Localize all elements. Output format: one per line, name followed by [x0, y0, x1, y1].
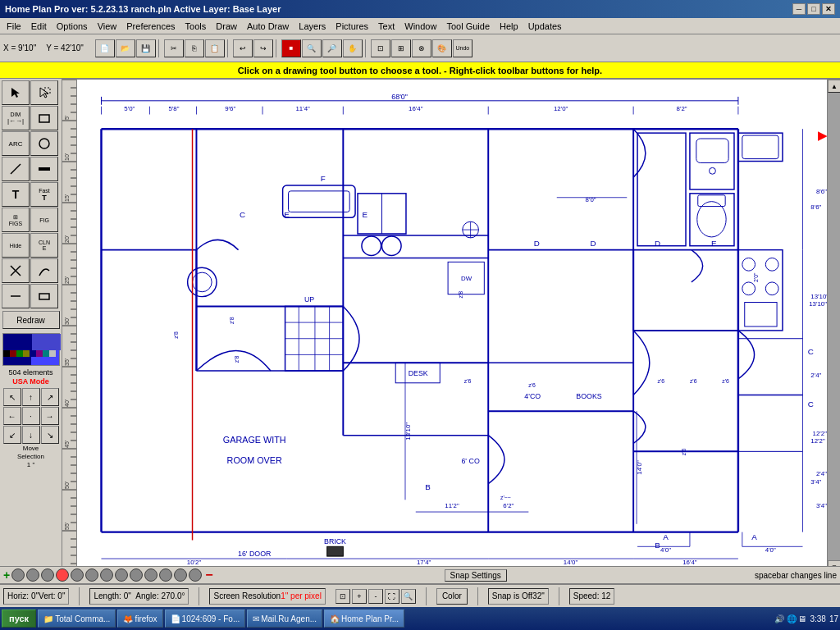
snap-btn-1[interactable]: [11, 568, 25, 582]
move-up-right[interactable]: ↗: [41, 388, 59, 406]
snap-btn-13[interactable]: [189, 568, 202, 582]
move-center[interactable]: ·: [22, 407, 40, 425]
tool-curve[interactable]: [30, 258, 58, 283]
menu-tools[interactable]: Tools: [180, 21, 212, 32]
tool-select-arrow[interactable]: [2, 80, 30, 105]
menu-help[interactable]: Help: [495, 21, 523, 32]
tool-hide[interactable]: Hide: [2, 233, 30, 258]
drawing-canvas[interactable]: 68'0" 5'0" 5'8" 9'6" 11'4" 16'4" 12'0" 8…: [77, 80, 827, 566]
scroll-up-button[interactable]: ▲: [828, 80, 840, 93]
move-down[interactable]: ↓: [22, 426, 40, 444]
svg-text:UP: UP: [304, 295, 314, 304]
tb-fit[interactable]: ⊡: [371, 39, 390, 57]
move-down-right[interactable]: ↘: [41, 426, 59, 444]
tb-new[interactable]: 📄: [95, 39, 115, 57]
menu-pictures[interactable]: Pictures: [331, 21, 373, 32]
move-right[interactable]: →: [41, 407, 59, 425]
taskbar-forum[interactable]: 📄 1024:609 - Fo...: [165, 609, 246, 628]
snap-btn-2[interactable]: [26, 568, 39, 582]
tb-pan[interactable]: ✋: [343, 39, 363, 57]
move-left[interactable]: ←: [3, 407, 21, 425]
menu-updates[interactable]: Updates: [523, 21, 567, 32]
svg-text:DW: DW: [461, 275, 472, 282]
close-button[interactable]: ✕: [822, 3, 835, 15]
move-up-left[interactable]: ↖: [3, 388, 21, 406]
minimize-button[interactable]: ─: [792, 3, 806, 15]
move-up[interactable]: ↑: [22, 388, 40, 406]
menu-file[interactable]: File: [2, 21, 26, 32]
snap-btn-12[interactable]: [174, 568, 187, 582]
snap-btn-11[interactable]: [159, 568, 172, 582]
tool-rectangle[interactable]: [30, 106, 58, 130]
snap-btn-5[interactable]: [71, 568, 84, 582]
tb-zoom-out[interactable]: 🔎: [322, 39, 342, 57]
tool-circle[interactable]: [30, 131, 58, 156]
menu-edit[interactable]: Edit: [26, 21, 52, 32]
snap-btn-6[interactable]: [85, 568, 98, 582]
menu-layers[interactable]: Layers: [294, 21, 331, 32]
tb-cut[interactable]: ✂: [164, 39, 184, 57]
menu-options[interactable]: Options: [52, 21, 93, 32]
snap-btn-4[interactable]: [56, 568, 69, 582]
taskbar-homeplan[interactable]: 🏠 Home Plan Pr...: [324, 609, 404, 628]
redraw-button[interactable]: Redraw: [2, 311, 60, 329]
tool-clone[interactable]: CLNE: [30, 233, 58, 258]
tool-text[interactable]: T: [2, 182, 30, 207]
tb-save[interactable]: 💾: [136, 39, 156, 57]
tb-undo[interactable]: ↩: [233, 39, 253, 57]
tb-undo2[interactable]: Undo: [453, 39, 472, 57]
scroll-down-button[interactable]: ▼: [828, 560, 840, 566]
zoom-in-button[interactable]: +: [352, 589, 367, 604]
tool-erase[interactable]: [2, 258, 30, 283]
tb-zoom-in[interactable]: 🔍: [302, 39, 322, 57]
zoom-screen-button[interactable]: ⛶: [385, 589, 399, 604]
menu-view[interactable]: View: [93, 21, 122, 32]
menu-text[interactable]: Text: [373, 21, 399, 32]
scroll-track[interactable]: [828, 93, 840, 560]
floor-plan-svg[interactable]: 68'0" 5'0" 5'8" 9'6" 11'4" 16'4" 12'0" 8…: [77, 80, 827, 566]
move-down-left[interactable]: ↙: [3, 426, 21, 444]
menu-autodraw[interactable]: Auto Draw: [242, 21, 294, 32]
tb-paste[interactable]: 📋: [205, 39, 225, 57]
tb-open[interactable]: 📂: [116, 39, 135, 57]
tool-wall[interactable]: [30, 157, 58, 181]
tool-fast-text[interactable]: Fast T: [30, 182, 58, 207]
snap-btn-9[interactable]: [130, 568, 143, 582]
taskbar-firefox[interactable]: 🦊 firefox: [117, 609, 162, 628]
color-palette[interactable]: [2, 333, 60, 366]
taskbar-total-commander[interactable]: 📁 Total Comma...: [38, 609, 116, 628]
maximize-button[interactable]: □: [807, 3, 820, 15]
tb-copy[interactable]: ⎘: [185, 39, 204, 57]
tb-redo[interactable]: ↪: [253, 39, 273, 57]
tool-select-box[interactable]: [30, 80, 58, 105]
taskbar-mail[interactable]: ✉ Mail.Ru Agen...: [247, 609, 322, 628]
zoom-fit-button[interactable]: ⊡: [336, 589, 350, 604]
menu-window[interactable]: Window: [399, 21, 441, 32]
right-scrollbar[interactable]: ▲ ▼: [827, 80, 840, 566]
snap-btn-8[interactable]: [115, 568, 128, 582]
tb-color[interactable]: 🎨: [432, 39, 452, 57]
tool-figs2[interactable]: FIG: [30, 208, 58, 232]
start-button[interactable]: пуск: [2, 609, 36, 628]
snap-btn-10[interactable]: [144, 568, 158, 582]
menu-toolguide[interactable]: Tool Guide: [441, 21, 495, 32]
tool-rect2[interactable]: [30, 284, 58, 308]
tool-line2[interactable]: [2, 284, 30, 308]
tb-snap[interactable]: ⊗: [412, 39, 431, 57]
snap-btn-3[interactable]: [41, 568, 54, 582]
tb-grid[interactable]: ⊞: [391, 39, 411, 57]
zoom-out-button[interactable]: -: [368, 589, 383, 604]
snap-settings-button[interactable]: Snap Settings: [445, 569, 507, 582]
menu-draw[interactable]: Draw: [211, 21, 242, 32]
snap-btn-7[interactable]: [100, 568, 113, 582]
tool-arc[interactable]: ARC: [2, 131, 30, 156]
svg-text:16'4": 16'4": [682, 559, 697, 566]
tool-dimension[interactable]: DIM |←→|: [2, 106, 30, 130]
color-button[interactable]: Color: [436, 588, 468, 605]
tb-red-square[interactable]: ■: [281, 39, 301, 57]
svg-text:11'4": 11'4": [295, 105, 310, 112]
menu-preferences[interactable]: Preferences: [121, 21, 180, 32]
tool-line[interactable]: [2, 157, 30, 181]
zoom-button2[interactable]: 🔍: [401, 589, 416, 604]
tool-figs[interactable]: ⊞FIGS: [2, 208, 30, 232]
